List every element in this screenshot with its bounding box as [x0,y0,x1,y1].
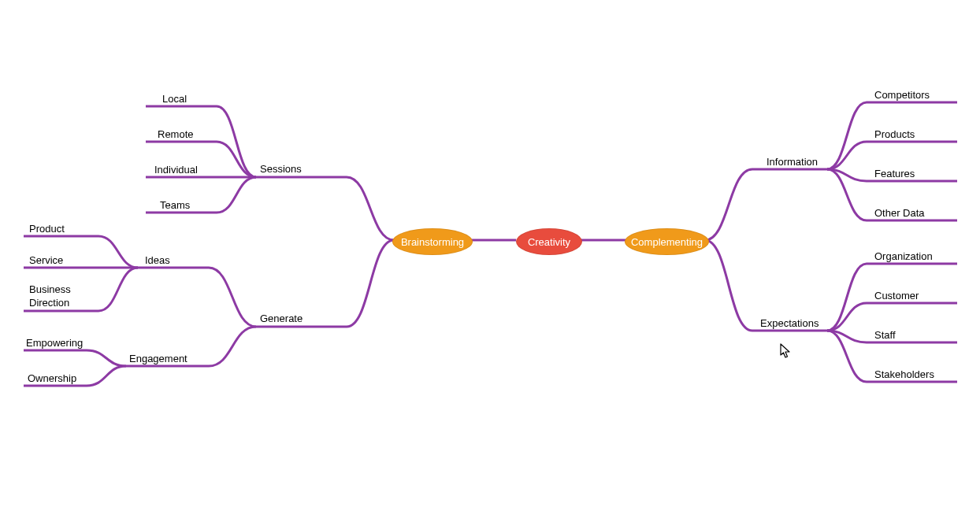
label-information[interactable]: Information [767,156,818,169]
label-competitors[interactable]: Competitors [874,89,930,102]
label-empowering[interactable]: Empowering [26,337,83,350]
label-engagement[interactable]: Engagement [129,353,187,366]
label-service[interactable]: Service [29,254,63,268]
label-products[interactable]: Products [874,128,915,142]
label-staff[interactable]: Staff [874,329,896,342]
label-features[interactable]: Features [874,168,915,181]
label-remote[interactable]: Remote [158,128,194,142]
label-business-direction[interactable]: Business Direction [29,283,71,310]
label-organization[interactable]: Organization [874,250,933,264]
label-teams[interactable]: Teams [160,199,190,213]
label-individual[interactable]: Individual [154,164,198,177]
label-customer[interactable]: Customer [874,290,919,303]
node-brainstorming[interactable]: Brainstorming [392,228,473,255]
label-other-data[interactable]: Other Data [874,207,925,220]
label-product[interactable]: Product [29,223,65,236]
node-complementing[interactable]: Complementing [625,228,709,255]
label-stakeholders[interactable]: Stakeholders [874,368,934,382]
label-sessions[interactable]: Sessions [260,163,302,176]
label-expectations[interactable]: Expectations [760,317,819,331]
node-creativity[interactable]: Creativity [516,228,582,255]
label-generate[interactable]: Generate [260,313,303,326]
label-ideas[interactable]: Ideas [145,254,170,268]
label-local[interactable]: Local [162,93,187,106]
label-ownership[interactable]: Ownership [28,372,76,386]
